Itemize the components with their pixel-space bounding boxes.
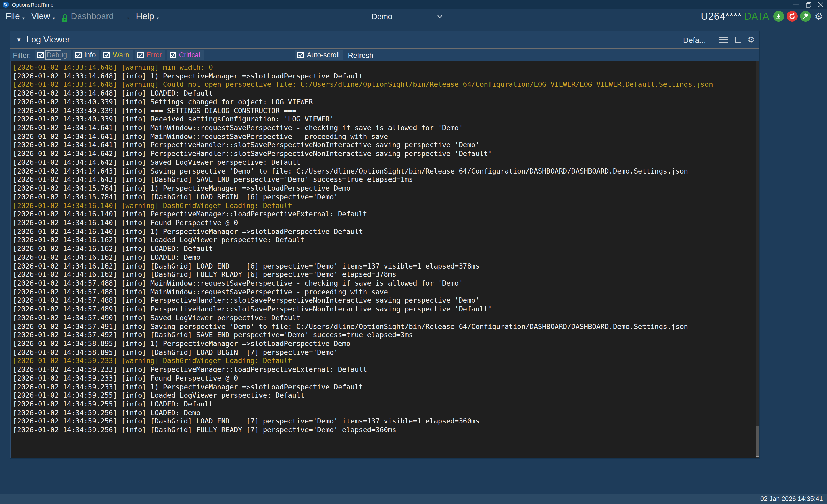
close-button[interactable] <box>815 0 827 9</box>
menu-hamburger-icon[interactable] <box>719 37 728 43</box>
filter-checkbox-label: Auto-scroll <box>307 51 340 59</box>
panel-title: Log Viewer <box>27 35 70 45</box>
connection-button[interactable] <box>800 11 811 22</box>
filter-checkbox-debug[interactable]: Debug <box>35 50 71 60</box>
log-line: [2026-01-02 14:34:59.233] [info] 1) Pers… <box>13 383 753 391</box>
log-line: [2026-01-02 14:34:16.140] [info] 1) Pers… <box>13 227 753 236</box>
download-icon <box>776 13 782 19</box>
log-output-area[interactable]: [2026-01-02 14:33:14.648] [warning] min … <box>10 61 759 458</box>
account-area: U264**** DATA ⚙ <box>701 9 823 23</box>
scrollbar-track[interactable] <box>756 61 759 458</box>
log-line: [2026-01-02 14:33:14.648] [info] LOADED:… <box>13 89 753 98</box>
log-line: [2026-01-02 14:34:16.162] [info] LOADED:… <box>13 254 753 262</box>
log-line: [2026-01-02 14:34:59.256] [info] [DashGr… <box>13 426 753 435</box>
menu-dashboard-label: Dashboard <box>71 11 114 22</box>
minimize-button[interactable] <box>790 0 802 9</box>
log-line: [2026-01-02 14:34:57.489] [info] Perspec… <box>13 305 753 314</box>
filter-checkbox-warn[interactable]: Warn <box>102 50 133 60</box>
log-line: [2026-01-02 14:34:16.140] [info] Found P… <box>13 219 753 227</box>
log-line: [2026-01-02 14:34:57.488] [info] MainWin… <box>13 279 753 288</box>
menu-help[interactable]: Help ▾ <box>136 11 159 22</box>
log-line: [2026-01-02 14:34:57.491] [info] Saving … <box>13 323 753 331</box>
titlebar: OptionsRealTime <box>0 0 827 9</box>
account-id: U264**** <box>701 11 742 22</box>
app-title: OptionsRealTime <box>12 2 53 8</box>
filter-checkbox-critical[interactable]: Critical <box>167 50 204 60</box>
filter-checkbox-error[interactable]: Error <box>135 50 165 60</box>
log-line: [2026-01-02 14:34:59.256] [info] LOADED:… <box>13 409 753 417</box>
log-line: [2026-01-02 14:34:14.642] [info] Perspec… <box>13 150 753 158</box>
workspace-selector[interactable]: Demo <box>363 9 446 23</box>
maximize-panel-icon[interactable] <box>735 37 741 43</box>
menu-help-label: Help <box>136 11 154 22</box>
panel-header: ▼ Log Viewer Defa... ⚙ <box>10 32 759 49</box>
log-line: [2026-01-02 14:33:14.648] [warning] Coul… <box>13 81 753 89</box>
workspace-selector-value: Demo <box>372 12 392 20</box>
restore-button[interactable] <box>802 0 815 9</box>
menu-file-label: File <box>6 11 20 22</box>
log-line: [2026-01-02 14:33:40.339] [info] === SET… <box>13 107 753 115</box>
log-line: [2026-01-02 14:34:59.255] [info] LOADED:… <box>13 400 753 409</box>
app-window: OptionsRealTime File ▾ View ▾ Das <box>0 0 827 504</box>
log-line: [2026-01-02 14:34:14.643] [info] [DashGr… <box>13 176 753 184</box>
log-line: [2026-01-02 14:34:59.233] [info] Found P… <box>13 374 753 383</box>
log-line: [2026-01-02 14:34:14.641] [info] MainWin… <box>13 133 753 141</box>
download-button[interactable] <box>773 11 784 22</box>
log-line: [2026-01-02 14:34:16.140] [info] Perspec… <box>13 210 753 219</box>
filter-checkbox-info[interactable]: Info <box>73 50 99 60</box>
refresh-button[interactable]: Refresh <box>348 51 373 59</box>
lock-icon <box>61 14 68 23</box>
log-line: [2026-01-02 14:34:57.490] [info] Saved L… <box>13 314 753 323</box>
menubar: File ▾ View ▾ Dashboard ▾ Help ▾ <box>0 9 165 24</box>
log-line: [2026-01-02 14:34:14.643] [info] Saving … <box>13 167 753 176</box>
panel-header-controls: Defa... ⚙ <box>683 35 755 44</box>
log-line: [2026-01-02 14:34:16.140] [warning] Dash… <box>13 202 753 210</box>
menu-file[interactable]: File ▾ <box>6 11 25 22</box>
log-line: [2026-01-02 14:34:57.488] [info] Perspec… <box>13 297 753 305</box>
collapse-triangle-icon[interactable]: ▼ <box>16 37 22 43</box>
status-bar: 02 Jan 2026 14:35:41 <box>0 494 827 504</box>
log-line: [2026-01-02 14:34:59.233] [info] Perspec… <box>13 366 753 374</box>
undo-icon <box>789 13 795 20</box>
menu-view[interactable]: View ▾ <box>31 11 55 22</box>
log-line: [2026-01-02 14:34:59.256] [info] [DashGr… <box>13 417 753 426</box>
checkbox-icon <box>75 52 82 58</box>
panel-settings-gear-icon[interactable]: ⚙ <box>748 35 755 44</box>
filter-toolbar: Filter: DebugInfoWarnErrorCriticalAuto-s… <box>10 49 759 61</box>
log-line: [2026-01-02 14:33:14.648] [info] 1) Pers… <box>13 72 753 80</box>
log-line: [2026-01-02 14:33:40.339] [info] Receive… <box>13 115 753 124</box>
chevron-down-icon: ▾ <box>53 16 55 21</box>
filter-label: Filter: <box>13 51 31 59</box>
log-line: [2026-01-02 14:33:40.339] [info] Setting… <box>13 98 753 107</box>
checkbox-icon <box>104 52 110 58</box>
filter-checkbox-auto-scroll[interactable]: Auto-scroll <box>295 50 343 60</box>
log-line: [2026-01-02 14:34:14.641] [info] Perspec… <box>13 141 753 150</box>
menu-dashboard[interactable]: Dashboard ▾ <box>61 11 129 22</box>
perspective-label: Defa... <box>683 35 706 44</box>
log-line: [2026-01-02 14:34:57.488] [info] MainWin… <box>13 288 753 296</box>
chevron-down-icon: ▾ <box>22 16 25 21</box>
filter-chips: DebugInfoWarnErrorCriticalAuto-scroll <box>33 50 343 60</box>
chevron-down-icon <box>437 14 443 18</box>
log-line: [2026-01-02 14:34:16.162] [info] [DashGr… <box>13 271 753 279</box>
log-line: [2026-01-02 14:34:15.784] [info] [DashGr… <box>13 193 753 202</box>
log-lines: [2026-01-02 14:33:14.648] [warning] min … <box>13 63 753 435</box>
status-datetime: 02 Jan 2026 14:35:41 <box>760 495 823 502</box>
settings-gear-icon[interactable]: ⚙ <box>815 11 823 22</box>
log-line: [2026-01-02 14:34:14.642] [info] Saved L… <box>13 159 753 167</box>
checkbox-icon <box>169 52 176 58</box>
log-line: [2026-01-02 14:33:14.648] [warning] min … <box>13 63 753 72</box>
log-viewer-panel: ▼ Log Viewer Defa... ⚙ Filter: DebugInfo… <box>10 31 760 458</box>
log-line: [2026-01-02 14:34:58.895] [info] 1) Pers… <box>13 340 753 348</box>
scrollbar-thumb[interactable] <box>756 426 759 457</box>
window-controls <box>790 0 827 9</box>
chevron-down-icon: ▾ <box>127 16 129 21</box>
log-line: [2026-01-02 14:34:57.492] [info] [DashGr… <box>13 331 753 340</box>
filter-checkbox-label: Warn <box>113 51 130 59</box>
log-line: [2026-01-02 14:34:16.162] [info] [DashGr… <box>13 262 753 271</box>
plug-icon <box>802 13 809 20</box>
app-logo-icon <box>3 2 9 8</box>
log-line: [2026-01-02 14:34:16.162] [info] LOADED:… <box>13 245 753 253</box>
undo-button[interactable] <box>787 11 797 22</box>
chevron-down-icon: ▾ <box>157 16 159 21</box>
